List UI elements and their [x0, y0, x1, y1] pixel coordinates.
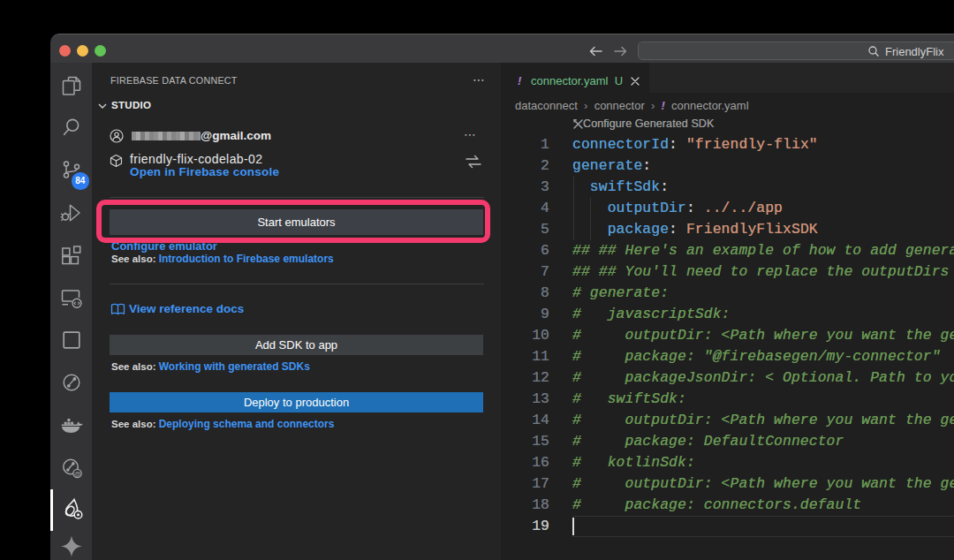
- svg-text:@: @: [73, 470, 80, 478]
